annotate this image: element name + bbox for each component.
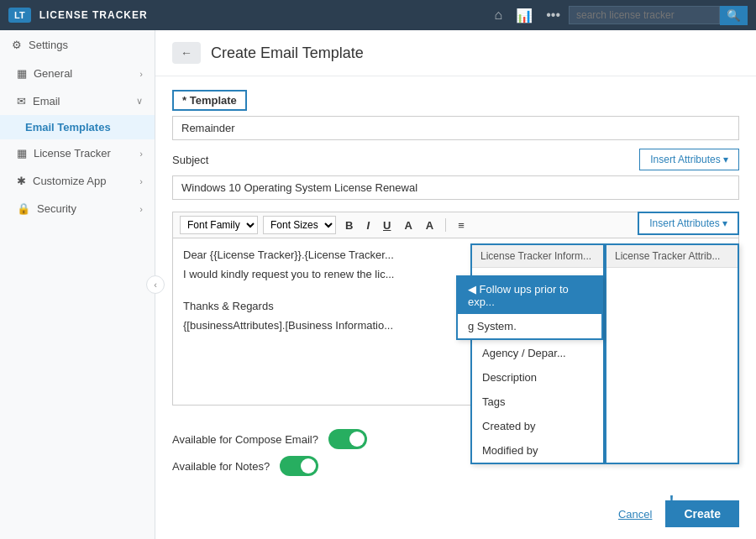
license-tracker-attrib-dropdown: License Tracker Attrib...	[605, 243, 739, 464]
color-a-button[interactable]: A	[400, 217, 416, 233]
back-button[interactable]: ←	[172, 42, 201, 64]
license-tracker-sub-dropdown: ◀ Follow ups prior to exp... g System.	[456, 275, 603, 340]
insert-attributes-editor-button[interactable]: Insert Attributes ▾	[638, 212, 739, 235]
template-label: * Template	[182, 94, 237, 107]
subject-input[interactable]	[172, 175, 739, 200]
search-bar: 🔍	[569, 6, 748, 25]
italic-button[interactable]: I	[362, 217, 374, 233]
customize-app-label: Customize App	[33, 175, 106, 187]
notes-toggle-thumb	[301, 458, 316, 474]
subject-label: Subject	[172, 154, 208, 166]
license-tracker-inform-label: License Tracker Inform...	[480, 250, 591, 262]
dropdown-item-agency[interactable]: Agency / Depar...	[472, 341, 603, 365]
compose-email-toggle-thumb	[349, 432, 365, 447]
email-templates-label: Email Templates	[25, 121, 111, 133]
license-tracker-inform-header: License Tracker Inform...	[472, 245, 603, 268]
sidebar-collapse-button[interactable]: ‹	[146, 275, 165, 294]
email-icon: ✉	[17, 95, 26, 107]
dropdown-item-modified-by[interactable]: Modified by	[472, 438, 603, 463]
cancel-link[interactable]: Cancel	[618, 508, 652, 521]
highlight-button[interactable]: A	[422, 217, 438, 233]
sub-dropdown-item-system[interactable]: g System.	[458, 314, 601, 338]
security-label: Security	[37, 202, 76, 215]
customize-app-icon: ✱	[17, 175, 26, 187]
underline-button[interactable]: U	[379, 217, 395, 233]
more-icon[interactable]: •••	[546, 8, 560, 23]
search-button[interactable]: 🔍	[720, 6, 748, 25]
template-label-box: * Template	[172, 90, 247, 111]
sidebar-item-general[interactable]: ▦ General ›	[0, 60, 155, 87]
general-label: General	[34, 67, 72, 80]
insert-attributes-subject-label: Insert Attributes ▾	[650, 154, 728, 165]
main-content: ← Create Email Template * Template Subje…	[155, 30, 756, 539]
sub-dropdown-item-follow-ups[interactable]: ◀ Follow ups prior to exp...	[458, 277, 601, 314]
editor-container: Insert Attributes ▾ ◀ Follow ups prior t…	[172, 212, 739, 406]
general-icon: ▦	[17, 67, 27, 80]
page-title: Create Email Template	[211, 44, 364, 62]
dropdown-item-description[interactable]: Description	[472, 365, 603, 390]
dropdown-item-created-by[interactable]: Created by	[472, 414, 603, 438]
app-name: LICENSE TRACKER	[39, 9, 148, 21]
license-tracker-chevron: ›	[139, 149, 143, 159]
notes-toggle[interactable]	[280, 456, 318, 476]
compose-email-label: Available for Compose Email?	[172, 433, 318, 446]
insert-attributes-editor-label: Insert Attributes ▾	[649, 217, 727, 229]
security-chevron: ›	[139, 204, 143, 214]
license-tracker-icon: ▦	[17, 147, 27, 160]
settings-header[interactable]: ⚙ Settings	[0, 30, 155, 60]
search-input[interactable]	[569, 6, 720, 24]
email-chevron: ∨	[136, 96, 143, 107]
sidebar-item-email[interactable]: ✉ Email ∨	[0, 87, 155, 115]
license-tracker-attrib-header: License Tracker Attrib...	[606, 245, 738, 268]
sidebar: ⚙ Settings ▦ General › ✉ Email ∨ Email T…	[0, 30, 155, 539]
align-button[interactable]: ≡	[454, 217, 469, 233]
subject-row: Subject Insert Attributes ▾	[172, 149, 739, 170]
compose-email-toggle[interactable]	[328, 429, 367, 449]
chart-icon[interactable]: 📊	[516, 8, 533, 24]
settings-label: Settings	[29, 39, 68, 51]
topbar: LT LICENSE TRACKER ⌂ 📊 ••• 🔍	[0, 0, 756, 30]
settings-icon: ⚙	[12, 39, 22, 51]
security-icon: 🔒	[17, 202, 30, 215]
page-header: ← Create Email Template	[155, 30, 756, 76]
email-label: Email	[33, 95, 60, 107]
bold-button[interactable]: B	[341, 217, 357, 233]
toolbar-separator	[445, 218, 446, 232]
dropdown-overlay: ◀ Follow ups prior to exp... g System. L…	[470, 243, 739, 464]
sidebar-item-customize-app[interactable]: ✱ Customize App ›	[0, 167, 155, 195]
notes-label: Available for Notes?	[172, 460, 270, 473]
general-chevron: ›	[139, 69, 143, 79]
sidebar-item-license-tracker[interactable]: ▦ License Tracker ›	[0, 139, 155, 167]
license-tracker-attrib-label: License Tracker Attrib...	[615, 250, 720, 262]
sidebar-item-security[interactable]: 🔒 Security ›	[0, 195, 155, 222]
home-icon[interactable]: ⌂	[495, 8, 503, 23]
footer-actions: ➘ Cancel Create	[601, 489, 756, 539]
font-family-select[interactable]: Font Family	[180, 216, 258, 234]
sidebar-sub-email-templates[interactable]: Email Templates	[0, 115, 155, 139]
logo-text: LT	[14, 10, 25, 20]
license-tracker-label: License Tracker	[34, 147, 111, 160]
insert-attributes-subject-button[interactable]: Insert Attributes ▾	[639, 149, 739, 170]
app-logo: LT	[8, 8, 31, 23]
topbar-icons: ⌂ 📊 •••	[495, 8, 560, 24]
form-area: * Template Subject Insert Attributes ▾ I…	[155, 76, 756, 419]
font-sizes-select[interactable]: Font Sizes	[263, 216, 336, 234]
customize-app-chevron: ›	[139, 176, 143, 186]
template-input[interactable]	[172, 116, 739, 140]
dropdown-item-tags[interactable]: Tags	[472, 390, 603, 414]
